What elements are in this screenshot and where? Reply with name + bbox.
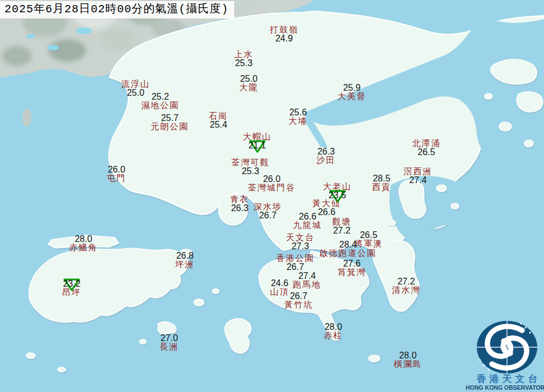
- station-label: 深水埗26.7: [254, 203, 282, 221]
- station-name: 滘西洲: [404, 167, 433, 176]
- station-label: 25.9大美督: [338, 83, 366, 101]
- station-value: 26.3: [230, 204, 249, 213]
- station-name: 屯門: [107, 174, 126, 183]
- station-label: 25.2濕地公園: [141, 92, 179, 110]
- station-label: 北潭涌26.5: [412, 139, 441, 157]
- logo-name-zh: 香港天文台: [476, 374, 541, 384]
- station-label: 28.5西貢: [372, 174, 391, 192]
- station-label: 大帽山21.1: [243, 133, 272, 151]
- station-name: 赤鱲角: [69, 244, 98, 252]
- station-name: 上水: [234, 50, 253, 59]
- station-name: 天文台: [286, 234, 315, 242]
- station-value: 28.5: [372, 174, 391, 183]
- station-value: 28.4: [319, 240, 376, 249]
- station-label: 26.8坪洲: [175, 251, 194, 269]
- station-label: 香港公園26.7: [276, 254, 314, 272]
- station-name: 跑馬地: [293, 281, 322, 289]
- station-value: 24.6: [270, 279, 289, 288]
- station-value: 26.6: [294, 212, 322, 221]
- station-value: 27.3: [286, 242, 315, 251]
- station-value: 25.0: [239, 74, 258, 83]
- station-label: 27.2清水灣: [392, 277, 421, 295]
- station-label: 石崗25.4: [209, 112, 228, 130]
- station-name: 北潭涌: [412, 139, 441, 148]
- station-value: 25.9: [338, 83, 366, 92]
- station-label: 26.7黃竹坑: [285, 292, 313, 310]
- temperature-map: 香港天文台 HONG KONG OBSERVATORY 2025年6月28日02…: [0, 0, 544, 392]
- station-value: 26.5: [355, 231, 383, 240]
- station-label: 荃灣可觀25.3: [231, 158, 269, 176]
- station-label: 28.0赤柱: [324, 323, 343, 340]
- station-value: 26.7: [254, 211, 282, 220]
- station-label: 滘西洲27.4: [404, 167, 433, 185]
- station-name: 筲箕灣: [338, 268, 366, 277]
- station-value: 25.2: [141, 92, 179, 101]
- station-name: 流浮山: [122, 80, 150, 88]
- station-value: 25.7: [151, 114, 189, 123]
- station-value: 27.6: [338, 259, 366, 268]
- station-label: 天文台27.3: [286, 234, 315, 251]
- station-name: 香港公園: [276, 254, 314, 263]
- station-value: 26.0: [248, 175, 296, 184]
- station-name: 黃大仙: [313, 199, 341, 208]
- map-title: 2025年6月28日02時00分的氣溫(攝氏度): [0, 1, 234, 18]
- station-value: 27.2: [392, 277, 421, 286]
- station-value: 25.6: [289, 108, 308, 117]
- station-name: 荃灣城門谷: [248, 184, 296, 192]
- station-label: 25.7元朗公園: [151, 114, 189, 132]
- station-value: 25.4: [209, 120, 228, 129]
- station-label: 26.6九龍城: [294, 212, 322, 230]
- station-label: 大老山23.5: [323, 183, 352, 200]
- station-label: 28.4啟德跑道公園: [319, 240, 376, 258]
- station-value: 25.3: [234, 59, 253, 68]
- station-value: 27.0: [160, 334, 179, 343]
- station-value: 23.2: [62, 279, 81, 288]
- station-value: 26.5: [412, 148, 441, 157]
- station-name: 沙田: [317, 156, 336, 165]
- station-label: 打鼓嶺24.9: [270, 26, 299, 44]
- station-name: 九龍城: [294, 221, 322, 230]
- station-name: 大隴: [239, 83, 258, 92]
- station-label: 27.0長洲: [160, 334, 179, 352]
- station-label: 26.0荃灣城門谷: [248, 175, 296, 193]
- station-label: 26.3沙田: [317, 147, 336, 165]
- station-name: 坪洲: [175, 260, 194, 269]
- station-name: 元朗公園: [151, 123, 189, 131]
- station-value: 28.0: [69, 235, 98, 244]
- station-label: 28.0赤鱲角: [69, 235, 98, 253]
- station-value: 28.0: [324, 323, 343, 332]
- station-name: 赤柱: [324, 332, 343, 340]
- logo-name-en: HONG KONG OBSERVATORY: [466, 384, 544, 391]
- station-name: 啟德跑道公園: [319, 249, 376, 258]
- station-name: 清水灣: [392, 286, 421, 295]
- station-name: 濕地公園: [141, 101, 179, 110]
- station-label: 25.0大隴: [239, 74, 258, 92]
- station-name: 青衣: [230, 195, 249, 204]
- station-name: 觀塘: [332, 218, 351, 226]
- station-name: 大埔: [289, 117, 308, 125]
- station-name: 石崗: [209, 112, 228, 120]
- hong-kong-map: 香港天文台 HONG KONG OBSERVATORY: [0, 0, 544, 392]
- station-value: 26.8: [175, 251, 194, 260]
- station-value: 26.7: [285, 292, 313, 301]
- station-name: 深水埗: [254, 203, 282, 211]
- station-value: 28.0: [394, 351, 422, 360]
- station-value: 27.4: [404, 176, 433, 185]
- station-value: 27.4: [293, 272, 322, 281]
- station-label: 23.2昂坪: [62, 279, 81, 297]
- station-label: 27.6筲箕灣: [338, 259, 366, 277]
- station-label: 上水25.3: [234, 50, 253, 68]
- station-label: 28.0橫瀾島: [394, 351, 422, 369]
- station-name: 長洲: [160, 343, 179, 351]
- station-value: 26.3: [317, 147, 336, 156]
- station-label: 26.0屯門: [107, 165, 126, 183]
- station-value: 24.9: [270, 34, 299, 43]
- station-value: 21.1: [243, 141, 272, 150]
- station-value: 27.2: [332, 226, 351, 235]
- station-label: 青衣26.3: [230, 195, 249, 213]
- station-label: 27.4跑馬地: [293, 272, 322, 290]
- station-name: 橫瀾島: [394, 360, 422, 368]
- station-name: 荃灣可觀: [231, 158, 269, 167]
- station-label: 25.6大埔: [289, 108, 308, 126]
- station-value: 26.0: [107, 165, 126, 174]
